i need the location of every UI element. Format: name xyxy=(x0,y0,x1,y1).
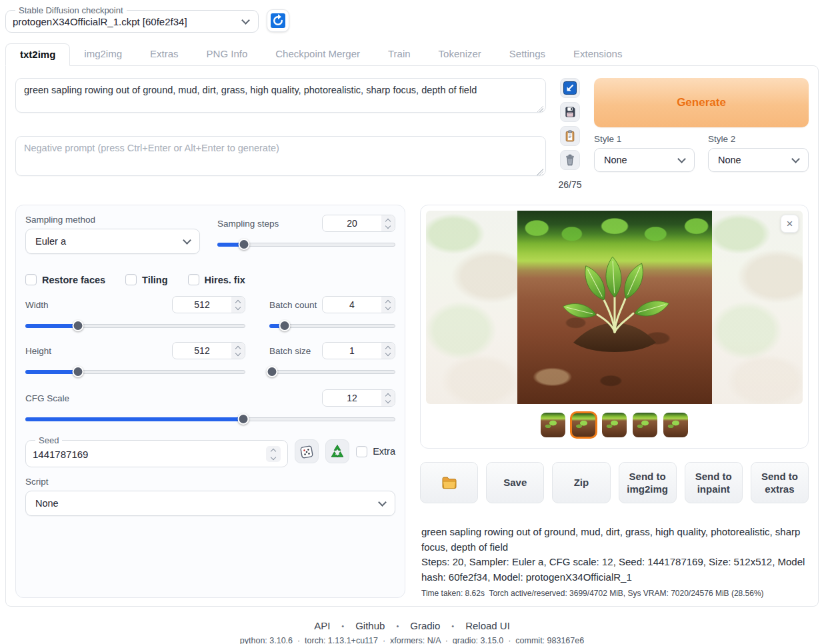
width-slider[interactable] xyxy=(25,319,245,333)
send-to-inpaint-button[interactable]: Send to inpaint xyxy=(685,462,743,503)
tiling-checkbox[interactable]: Tiling xyxy=(125,274,167,285)
open-folder-button[interactable] xyxy=(420,462,478,503)
random-seed-button[interactable] xyxy=(295,439,319,463)
slider-thumb[interactable] xyxy=(73,366,84,377)
style2-dropdown[interactable]: None xyxy=(708,148,809,172)
version-info: python: 3.10.6 · torch: 1.13.1+cu117 · x… xyxy=(0,636,824,644)
cfg-scale-input[interactable] xyxy=(322,389,395,407)
slider-thumb[interactable] xyxy=(239,239,250,250)
trash-icon xyxy=(563,153,577,167)
folder-icon xyxy=(441,475,457,490)
gallery-thumbnail[interactable] xyxy=(541,413,565,437)
gallery-thumbnail-selected[interactable] xyxy=(570,411,597,439)
generation-settings-panel: Sampling method Euler a Sampling steps xyxy=(15,205,405,598)
tab-img2img[interactable]: img2img xyxy=(70,43,136,65)
hires-fix-checkbox[interactable]: Hires. fix xyxy=(188,274,245,285)
height-input[interactable] xyxy=(172,342,245,359)
footer-link-api[interactable]: API xyxy=(314,620,330,631)
gallery-thumbnail[interactable] xyxy=(602,413,627,437)
prompt-input[interactable]: green sapling rowing out of ground, mud,… xyxy=(15,78,546,113)
save-button[interactable]: Save xyxy=(486,462,544,503)
gallery-thumbnail[interactable] xyxy=(633,413,657,437)
style1-value: None xyxy=(604,155,673,165)
width-input[interactable] xyxy=(172,296,245,313)
tab-extras[interactable]: Extras xyxy=(136,43,193,65)
script-dropdown[interactable]: None xyxy=(25,491,395,516)
stepper-icon[interactable] xyxy=(231,343,245,359)
tab-settings[interactable]: Settings xyxy=(495,43,559,65)
slider-thumb[interactable] xyxy=(266,366,277,377)
batch-size-input[interactable] xyxy=(322,342,395,359)
tab-train[interactable]: Train xyxy=(374,43,425,65)
batch-count-input[interactable] xyxy=(322,296,395,313)
sampling-steps-slider[interactable] xyxy=(217,238,395,251)
generation-perf-text: Time taken: 8.62s Torch active/reserved:… xyxy=(421,589,807,598)
checkpoint-dropdown[interactable]: Stable Diffusion checkpoint protogenX34O… xyxy=(5,5,259,33)
extra-seed-checkbox[interactable]: Extra xyxy=(356,446,395,457)
sampling-method-value: Euler a xyxy=(35,236,179,247)
sampling-steps-input[interactable] xyxy=(322,215,395,232)
generate-button[interactable]: Generate xyxy=(594,78,809,127)
checkbox-icon xyxy=(25,274,37,285)
sampling-steps-label: Sampling steps xyxy=(217,219,279,229)
sapling-illustration xyxy=(555,236,675,363)
footer-link-reload-ui[interactable]: Reload UI xyxy=(465,620,510,631)
height-group: Height xyxy=(25,342,245,379)
style1-dropdown[interactable]: None xyxy=(594,148,695,172)
stepper-icon[interactable] xyxy=(381,297,395,313)
txt2img-panel: green sapling rowing out of ground, mud,… xyxy=(5,65,819,607)
paste-params-button[interactable] xyxy=(560,78,580,98)
gallery-thumbnail[interactable] xyxy=(663,413,688,437)
checkbox-icon xyxy=(125,274,137,285)
clear-prompt-button[interactable] xyxy=(560,150,580,170)
output-actions: Save Zip Send to img2img Send to inpaint… xyxy=(420,462,809,503)
tab-tokenizer[interactable]: Tokenizer xyxy=(425,43,495,65)
batch-count-group: Batch count xyxy=(269,296,395,333)
batch-count-slider[interactable] xyxy=(269,319,395,333)
chevron-down-icon xyxy=(241,16,250,25)
script-group: Script None xyxy=(25,477,395,516)
batch-size-slider[interactable] xyxy=(269,365,395,379)
close-gallery-button[interactable]: × xyxy=(781,215,799,233)
seed-input[interactable] xyxy=(33,449,266,460)
slider-thumb[interactable] xyxy=(238,413,249,425)
seed-group: Seed xyxy=(25,435,288,467)
stepper-icon[interactable] xyxy=(231,297,245,313)
footer-link-github[interactable]: Github xyxy=(355,620,385,631)
tab-extensions[interactable]: Extensions xyxy=(559,43,636,65)
tab-png-info[interactable]: PNG Info xyxy=(193,43,262,65)
height-slider[interactable] xyxy=(25,365,245,379)
generation-info: green sapling rowing out of ground, mud,… xyxy=(420,525,809,598)
prompt-row: green sapling rowing out of ground, mud,… xyxy=(15,78,809,190)
send-to-extras-button[interactable]: Send to extras xyxy=(751,462,809,503)
tab-checkpoint-merger[interactable]: Checkpoint Merger xyxy=(261,43,374,65)
bullet-separator: • xyxy=(451,622,454,630)
refresh-checkpoints-button[interactable] xyxy=(267,9,289,32)
send-to-img2img-button[interactable]: Send to img2img xyxy=(619,462,677,503)
output-column: × xyxy=(420,205,809,598)
chevron-down-icon xyxy=(791,155,800,163)
stepper-icon[interactable] xyxy=(381,215,395,231)
dice-icon xyxy=(299,443,315,459)
stepper-icon[interactable] xyxy=(266,446,281,462)
slider-thumb[interactable] xyxy=(279,320,290,331)
stepper-icon[interactable] xyxy=(381,390,395,406)
slider-thumb[interactable] xyxy=(73,320,84,331)
generated-image[interactable] xyxy=(517,211,712,404)
checkpoint-label: Stable Diffusion checkpoint xyxy=(15,5,127,15)
result-gallery: × xyxy=(420,205,809,449)
restore-faces-checkbox[interactable]: Restore faces xyxy=(25,274,105,285)
footer-link-gradio[interactable]: Gradio xyxy=(410,620,440,631)
reuse-seed-button[interactable] xyxy=(325,439,349,463)
tab-txt2img[interactable]: txt2img xyxy=(5,43,70,66)
zip-button[interactable]: Zip xyxy=(552,462,610,503)
bullet-separator: • xyxy=(341,622,344,630)
negative-prompt-input[interactable] xyxy=(15,136,546,176)
stepper-icon[interactable] xyxy=(381,343,395,359)
apply-style-button[interactable] xyxy=(560,126,580,146)
sampling-method-dropdown[interactable]: Euler a xyxy=(25,229,200,254)
save-style-button[interactable] xyxy=(560,102,580,122)
cfg-scale-slider[interactable] xyxy=(25,413,395,426)
chevron-down-icon xyxy=(183,236,191,245)
generation-prompt-text: green sapling rowing out of ground, mud,… xyxy=(421,525,807,555)
